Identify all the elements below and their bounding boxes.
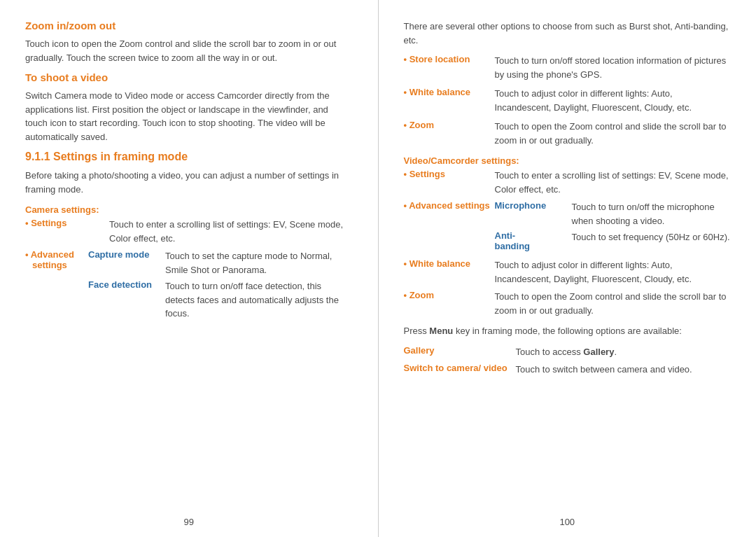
settings-framing-title: 9.1.1 Settings in framing mode	[25, 151, 353, 163]
anti-banding-val: Touch to set frequency (50Hz or 60Hz).	[572, 230, 732, 244]
zoom2-desc: Touch to open the Zoom control and slide…	[495, 290, 732, 317]
gallery-label: Gallery	[404, 345, 516, 356]
white-balance2-label: White balance	[404, 258, 495, 269]
zoom2-label: Zoom	[404, 290, 495, 300]
gallery-row: Gallery Touch to access Gallery.	[404, 345, 732, 359]
capture-mode-val: Touch to set the capture mode to Normal,…	[165, 249, 353, 277]
settings-framing-section: 9.1.1 Settings in framing mode Before ta…	[25, 151, 353, 323]
face-detection-val: Touch to turn on/off face detection, thi…	[165, 279, 353, 321]
anti-banding-key: Anti- banding	[495, 230, 572, 251]
face-detection-key: Face detection	[88, 279, 165, 290]
left-page: Zoom in/zoom out Touch icon to open the …	[0, 0, 379, 537]
left-page-number: 99	[184, 517, 194, 527]
anti-banding-row: Anti- banding Touch to set frequency (50…	[495, 230, 732, 251]
right-page: There are several other options to choos…	[379, 0, 757, 537]
camera-settings-row: Settings Touch to enter a scrolling list…	[25, 218, 353, 245]
settings-framing-intro: Before taking a photo/shooting a video, …	[25, 169, 353, 196]
vc-settings-desc: Touch to enter a scrolling list of setti…	[495, 169, 732, 196]
camera-settings-label-item: Settings	[25, 218, 109, 228]
zoom2-row: Zoom Touch to open the Zoom control and …	[404, 290, 732, 317]
store-location-desc: Touch to turn on/off stored location inf…	[495, 54, 732, 81]
right-intro: There are several other options to choos…	[404, 20, 732, 47]
vc-advanced-row: Advanced settings Microphone Touch to tu…	[404, 200, 732, 254]
zoom-text: Touch icon to open the Zoom control and …	[25, 37, 353, 64]
microphone-row: Microphone Touch to turn on/off the micr…	[495, 200, 732, 228]
zoom-label: Zoom	[404, 120, 495, 130]
switch-camera-label: Switch to camera/ video	[404, 363, 516, 373]
white-balance-row: White balance Touch to adjust color in d…	[404, 87, 732, 114]
vc-advanced-label: Advanced settings	[404, 200, 495, 211]
video-title: To shoot a video	[25, 71, 353, 83]
white-balance2-row: White balance Touch to adjust color in d…	[404, 258, 732, 286]
store-location-row: Store location Touch to turn on/off stor…	[404, 54, 732, 81]
gallery-desc: Touch to access Gallery.	[516, 345, 732, 359]
capture-mode-key: Capture mode	[88, 249, 165, 260]
switch-camera-row: Switch to camera/ video Touch to switch …	[404, 363, 732, 377]
advanced-settings-row: Advanced settings Capture mode Touch to …	[25, 249, 353, 323]
white-balance-label: White balance	[404, 87, 495, 97]
zoom-desc: Touch to open the Zoom control and slide…	[495, 120, 732, 147]
store-location-label: Store location	[404, 54, 495, 64]
advanced-sub-block: Capture mode Touch to set the capture mo…	[88, 249, 353, 323]
camera-settings-label: Camera settings:	[25, 204, 353, 215]
vc-advanced-sub: Microphone Touch to turn on/off the micr…	[495, 200, 732, 254]
vc-settings-label: Settings	[404, 169, 495, 179]
zoom-section: Zoom in/zoom out Touch icon to open the …	[25, 20, 353, 64]
camera-settings-desc: Touch to enter a scrolling list of setti…	[109, 218, 353, 245]
vc-settings-row: Settings Touch to enter a scrolling list…	[404, 169, 732, 196]
advanced-label: Advanced settings	[25, 249, 88, 270]
press-menu-text: Press Menu key in framing mode, the foll…	[404, 324, 732, 338]
face-detection-row: Face detection Touch to turn on/off face…	[88, 279, 353, 321]
zoom-row: Zoom Touch to open the Zoom control and …	[404, 120, 732, 147]
white-balance2-desc: Touch to adjust color in different light…	[495, 258, 732, 286]
video-section: To shoot a video Switch Camera mode to V…	[25, 71, 353, 144]
microphone-key: Microphone	[495, 200, 572, 211]
microphone-val: Touch to turn on/off the microphone when…	[572, 200, 732, 228]
capture-mode-row: Capture mode Touch to set the capture mo…	[88, 249, 353, 277]
white-balance-desc: Touch to adjust color in different light…	[495, 87, 732, 114]
switch-camera-desc: Touch to switch between camera and video…	[516, 363, 732, 377]
zoom-title: Zoom in/zoom out	[25, 20, 353, 32]
right-page-number: 100	[559, 517, 575, 527]
video-camcorder-label: Video/Camcorder settings:	[404, 155, 732, 166]
video-text: Switch Camera mode to Video mode or acce…	[25, 89, 353, 144]
